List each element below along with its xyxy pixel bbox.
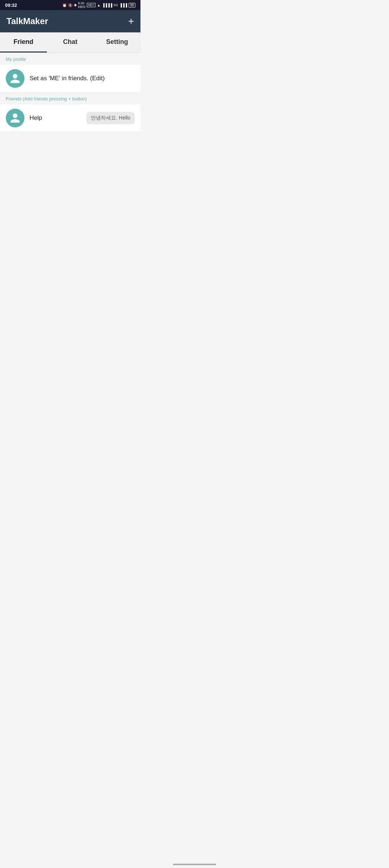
app-title: TalkMaker [6, 16, 48, 26]
person-icon-help [9, 112, 21, 124]
friend-last-message-help: 안녕하세요. Hello [86, 112, 135, 124]
battery-icon: 99 [129, 3, 135, 8]
friend-row-help[interactable]: Help 안녕하세요. Hello [0, 104, 140, 132]
wifi-icon: ▲ [97, 3, 100, 7]
my-profile-avatar [6, 69, 24, 88]
alarm-icon: ⏰ [62, 3, 67, 7]
signal-bars-2: ▐▐▐ [120, 3, 127, 7]
my-profile-text: Set as 'ME' in friends. (Edit) [30, 75, 105, 82]
my-profile-row[interactable]: Set as 'ME' in friends. (Edit) [0, 65, 140, 92]
friend-avatar-help [6, 109, 24, 127]
status-time: 09:32 [5, 3, 17, 8]
person-icon [9, 73, 21, 84]
add-button[interactable]: + [128, 16, 134, 26]
tab-friend[interactable]: Friend [0, 32, 47, 53]
signal-bars: ▐▐▐▐ [102, 3, 112, 7]
status-bar: 09:32 ⏰ 🔇 ✱ 9.00KB/S HD+ ▲ ▐▐▐▐ 5G ▐▐▐ 9… [0, 0, 140, 10]
mute-icon: 🔇 [68, 3, 72, 7]
friend-name-help: Help [30, 114, 42, 121]
bluetooth-icon: ✱ [74, 3, 77, 7]
app-header: TalkMaker + [0, 10, 140, 32]
5g-icon: 5G [114, 3, 118, 7]
tab-setting[interactable]: Setting [94, 32, 140, 53]
friends-section-label: Friends (Add friends pressing + button) [0, 92, 140, 104]
tab-navigation: Friend Chat Setting [0, 32, 140, 53]
hd-icon: HD+ [87, 3, 95, 7]
data-speed: 9.00KB/S [78, 1, 86, 9]
friend-info-help: Help [30, 114, 86, 122]
status-icons: ⏰ 🔇 ✱ 9.00KB/S HD+ ▲ ▐▐▐▐ 5G ▐▐▐ 99 [62, 1, 135, 9]
my-profile-info: Set as 'ME' in friends. (Edit) [30, 75, 135, 82]
main-content: My profile Set as 'ME' in friends. (Edit… [0, 53, 140, 269]
my-profile-section-label: My profile [0, 53, 140, 65]
tab-chat[interactable]: Chat [47, 32, 94, 53]
